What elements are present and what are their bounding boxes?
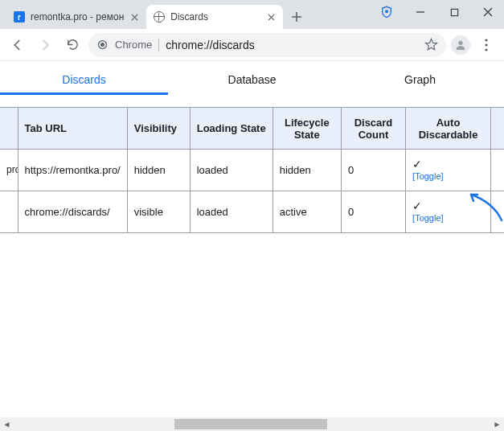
check-icon: ✓ <box>412 200 484 211</box>
reload-button[interactable] <box>61 34 84 56</box>
browser-tab-discards[interactable]: Discards <box>146 5 283 29</box>
table-row: chrome://discards/ visible loaded active… <box>0 191 504 233</box>
site-info-icon[interactable] <box>96 39 109 51</box>
horizontal-scrollbar[interactable]: ◄ ► <box>0 417 504 431</box>
back-button[interactable] <box>6 34 29 56</box>
shield-icon[interactable] <box>375 3 398 21</box>
browser-titlebar: r remontka.pro - ремон Discards <box>0 0 504 29</box>
globe-icon <box>153 10 166 23</box>
svg-point-7 <box>485 43 487 46</box>
col-header-auto-discardable[interactable]: Auto Discardable <box>406 108 491 150</box>
profile-avatar[interactable] <box>451 35 470 55</box>
address-bar[interactable]: Chrome chrome://discards <box>88 33 446 57</box>
cell-truncated: pro - ров, <box>0 150 18 191</box>
cell-lifecycle: active <box>272 191 341 233</box>
toggle-link[interactable]: Toggle <box>412 213 444 223</box>
cell-loading: loaded <box>190 191 272 233</box>
cell-loading: loaded <box>190 150 272 191</box>
content-area: Tab URL Visibility Loading State Lifecyc… <box>0 96 504 417</box>
page-tab-discards[interactable]: Discards <box>0 64 168 94</box>
col-header-discard-count[interactable]: Discard Count <box>341 108 405 150</box>
cell-visibility: visible <box>127 191 190 233</box>
svg-point-8 <box>485 48 487 51</box>
tab-title: remontka.pro - ремон <box>31 11 124 23</box>
page-tab-graph[interactable]: Graph <box>336 64 504 94</box>
maximize-button[interactable] <box>443 3 465 21</box>
cell-truncated <box>0 191 18 233</box>
cell-discard-count: 0 <box>341 191 405 233</box>
cell-lifecycle: hidden <box>272 150 341 191</box>
favicon-r-icon: r <box>13 10 26 23</box>
svg-point-4 <box>100 43 104 47</box>
cell-auto-discardable: ✓ Toggle <box>406 150 491 191</box>
svg-point-5 <box>458 40 462 44</box>
scrollbar-thumb[interactable] <box>174 419 327 429</box>
col-header-truncated <box>0 108 18 150</box>
forward-button[interactable] <box>34 34 56 56</box>
scroll-left-arrow-icon[interactable]: ◄ <box>0 417 14 431</box>
browser-toolbar: Chrome chrome://discards <box>0 29 504 61</box>
tab-title: Discards <box>170 11 260 23</box>
col-header-lifecycle[interactable]: Lifecycle State <box>272 108 341 150</box>
page-tab-database[interactable]: Database <box>168 64 336 94</box>
kebab-menu-icon[interactable] <box>475 34 498 56</box>
discards-table: Tab URL Visibility Loading State Lifecyc… <box>0 107 504 233</box>
col-header-edge <box>490 108 504 150</box>
col-header-loading[interactable]: Loading State <box>190 108 272 150</box>
window-controls <box>375 3 499 21</box>
col-header-url[interactable]: Tab URL <box>18 108 127 150</box>
browser-tabs: r remontka.pro - ремон Discards <box>6 5 307 29</box>
url-text: chrome://discards <box>166 39 418 51</box>
close-tab-icon[interactable] <box>265 11 277 23</box>
cell-discard-count: 0 <box>341 150 405 191</box>
table-row: pro - ров, https://remontka.pro/ hidden … <box>0 150 504 191</box>
svg-point-6 <box>485 39 487 41</box>
cell-visibility: hidden <box>127 150 190 191</box>
url-prefix: Chrome <box>115 39 152 51</box>
url-divider <box>158 39 159 51</box>
cell-edge <box>490 191 504 233</box>
page-nav-tabs: Discards Database Graph <box>0 61 504 96</box>
browser-tab-remontka[interactable]: r remontka.pro - ремон <box>6 5 146 29</box>
svg-rect-1 <box>451 9 457 15</box>
col-header-visibility[interactable]: Visibility <box>127 108 190 150</box>
close-tab-icon[interactable] <box>129 11 140 23</box>
scrollbar-track[interactable] <box>14 417 490 431</box>
table-header-row: Tab URL Visibility Loading State Lifecyc… <box>0 108 504 150</box>
cell-edge <box>490 150 504 191</box>
bookmark-star-icon[interactable] <box>424 38 438 51</box>
scroll-right-arrow-icon[interactable]: ► <box>490 417 504 431</box>
cell-auto-discardable: ✓ Toggle <box>406 191 491 233</box>
new-tab-button[interactable] <box>286 6 307 27</box>
svg-point-0 <box>385 10 388 13</box>
toggle-link[interactable]: Toggle <box>412 171 444 181</box>
minimize-button[interactable] <box>409 3 432 21</box>
cell-url: chrome://discards/ <box>18 191 127 233</box>
close-window-button[interactable] <box>477 3 499 21</box>
cell-url: https://remontka.pro/ <box>18 150 127 191</box>
check-icon: ✓ <box>412 158 484 170</box>
